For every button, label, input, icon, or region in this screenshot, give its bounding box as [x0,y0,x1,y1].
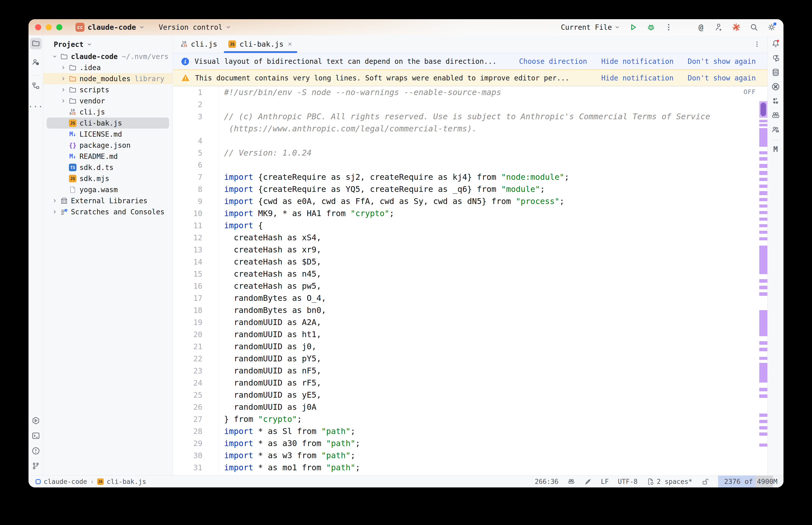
line-number[interactable]: 2 [173,100,219,109]
problems-toolwindow-button[interactable] [30,445,42,457]
chevron-closed-icon[interactable] [50,198,59,203]
hide-notification-link[interactable]: Hide notification [601,57,674,65]
line-number[interactable]: 29 [173,439,219,448]
editor-scrollbar[interactable] [759,86,767,475]
tree-item-package-json[interactable]: {}package.json [43,140,173,151]
breadcrumb-project[interactable]: claude-code [44,478,87,485]
tree-item-cli-js[interactable]: 100JScli.js [43,106,173,118]
line-number[interactable]: 27 [173,415,219,424]
debug-button[interactable] [646,22,656,32]
encoding-widget[interactable]: UTF-8 [618,478,638,485]
line-number[interactable]: 5 [173,149,219,158]
indent-widget[interactable]: 2 spaces* [647,478,692,485]
code-with-me-button[interactable] [713,22,724,32]
highlighting-level-badge[interactable]: OFF [743,88,756,95]
ai-mention-button[interactable]: @ [696,22,706,32]
dont-show-again-link[interactable]: Don't show again [688,74,756,82]
line-number[interactable]: 30 [173,451,219,460]
line-number[interactable]: 14 [173,257,219,266]
line-number[interactable]: 7 [173,173,219,182]
minimize-window-button[interactable] [46,24,52,30]
line-number[interactable]: 24 [173,378,219,387]
ai-assistant-button[interactable] [731,22,742,32]
line-number[interactable]: 18 [173,306,219,315]
line-number[interactable]: 23 [173,366,219,375]
code-with-me-toolwindow-button[interactable] [770,124,781,135]
search-everywhere-button[interactable] [749,22,759,32]
line-number[interactable]: 6 [173,161,219,169]
line-number[interactable]: 1 [173,88,219,97]
breadcrumb-file[interactable]: cli-bak.js [107,478,146,485]
line-number[interactable]: 26 [173,403,219,411]
line-number[interactable]: 25 [173,391,219,400]
database-toolwindow-button[interactable] [770,67,781,78]
tree-item-sdk-d-ts[interactable]: TSsdk.d.ts [43,162,173,173]
line-number[interactable]: 12 [173,233,219,242]
tree-item-license-md[interactable]: M↓LICENSE.md [43,129,173,140]
tree-item-scratches-and-consoles[interactable]: Scratches and Consoles [43,206,173,217]
settings-button[interactable] [766,22,777,32]
tree-item-cli-bak-js[interactable]: JScli-bak.js [47,118,169,129]
memory-indicator[interactable]: 2376 of 4900M [718,476,783,487]
line-number[interactable]: 21 [173,342,219,351]
m-plugin-toolwindow-button[interactable]: M [770,144,781,154]
close-tab-icon[interactable] [287,41,293,47]
line-number[interactable]: 20 [173,330,219,339]
more-toolwindows-button[interactable]: ... [30,99,42,110]
line-number[interactable]: 17 [173,294,219,303]
copilot-status-icon[interactable] [567,478,575,485]
line-number[interactable]: 13 [173,245,219,254]
readonly-pen-slash-icon[interactable] [584,478,592,485]
notifications-button[interactable] [770,38,781,49]
pinwheel-plugin-toolwindow-button[interactable] [770,96,781,106]
version-control-toolwindow-button[interactable] [30,460,42,472]
x-plugin-toolwindow-button[interactable] [770,81,781,92]
zoom-window-button[interactable] [56,24,62,30]
code-editor[interactable]: 1#!/usr/bin/env -S node --no-warnings --… [173,86,767,475]
more-actions-button[interactable] [663,22,674,32]
line-number[interactable]: 19 [173,318,219,327]
tree-item-yoga-wasm[interactable]: yoga.wasm [43,184,173,195]
line-number[interactable]: 22 [173,354,219,363]
tab-list-button[interactable] [753,35,761,53]
ai-assistant-toolwindow-button[interactable] [770,53,781,63]
line-number[interactable]: 4 [173,136,219,145]
tree-item-sdk-mjs[interactable]: JSsdk.mjs [43,173,173,184]
tab-cli-bak-js[interactable]: JS cli-bak.js [223,35,298,53]
line-number[interactable]: 15 [173,270,219,279]
tree-item-vendor[interactable]: vendor [43,95,173,106]
tree-item-scripts[interactable]: scripts [43,84,173,95]
line-number[interactable]: 31 [173,463,219,472]
unlocked-padlock-icon[interactable] [702,478,709,485]
scrollbar-thumb[interactable] [761,103,766,116]
choose-direction-link[interactable]: Choose direction [519,57,587,65]
line-number[interactable]: 3 [173,112,219,121]
run-configuration-selector[interactable]: Current File [561,23,620,31]
tree-item-external-libraries[interactable]: External Libraries [43,195,173,206]
line-separator-widget[interactable]: LF [601,478,609,485]
tree-item-node-modules[interactable]: node_moduleslibrary [43,73,173,84]
copilot-toolwindow-button[interactable] [770,110,781,121]
terminal-toolwindow-button[interactable] [30,430,42,441]
tab-cli-js[interactable]: 10 0JS cli.js [175,35,223,53]
line-number[interactable]: 8 [173,185,219,194]
tree-item--idea[interactable]: .idea [43,62,173,73]
run-button[interactable] [628,22,639,32]
dont-show-again-link[interactable]: Don't show again [688,57,756,65]
line-number[interactable]: 10 [173,209,219,218]
chevron-closed-icon[interactable] [59,65,68,70]
project-toolwindow-button[interactable] [30,38,42,49]
line-number[interactable]: 28 [173,427,219,436]
chevron-open-icon[interactable] [50,54,59,59]
chevron-closed-icon[interactable] [59,98,68,103]
services-toolwindow-button[interactable] [30,415,42,426]
line-number[interactable]: 9 [173,197,219,206]
vcs-widget[interactable]: Version control [159,23,231,31]
tree-item-readme-md[interactable]: M↓README.md [43,151,173,162]
line-number[interactable]: 16 [173,282,219,290]
close-window-button[interactable] [35,24,41,30]
chevron-closed-icon[interactable] [59,87,68,92]
caret-position-widget[interactable]: 266:36 [535,478,558,485]
structure-toolwindow-button[interactable] [30,80,42,92]
line-number[interactable]: 11 [173,221,219,230]
